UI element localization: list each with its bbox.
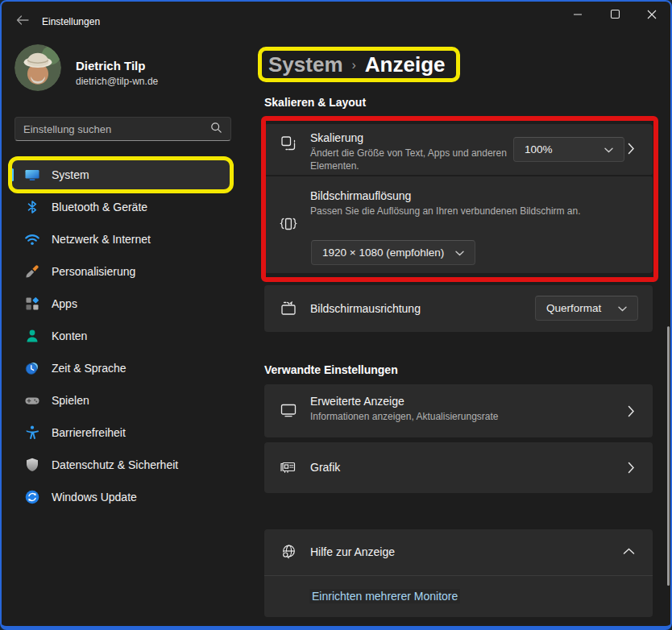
profile-name: Dietrich Tilp	[76, 59, 145, 73]
clock-icon	[24, 360, 40, 376]
sidebar-item-system[interactable]: System	[11, 160, 232, 189]
chevron-right-icon	[628, 405, 635, 417]
sidebar-item-accessibility[interactable]: Barrierefreiheit	[11, 418, 232, 447]
orientation-value: Querformat	[546, 302, 601, 314]
page-title: Anzeige	[365, 52, 446, 77]
sidebar-item-label: System	[52, 168, 89, 181]
scaling-subtitle: Ändert die Größe von Text, Apps und ande…	[310, 147, 518, 172]
graphics-card[interactable]: Grafik	[264, 442, 653, 493]
resolution-card[interactable]: Bildschirmauflösung Passen Sie die Auflö…	[264, 176, 653, 273]
back-button[interactable]	[13, 13, 32, 29]
sidebar-item-label: Konten	[52, 330, 87, 342]
breadcrumb-parent[interactable]: System	[268, 52, 343, 77]
window-controls	[559, 2, 670, 29]
scaling-card[interactable]: Skalierung Ändert die Größe von Text, Ap…	[264, 124, 653, 175]
sidebar-item-apps[interactable]: Apps	[11, 289, 232, 318]
chevron-up-icon	[623, 548, 635, 555]
help-title: Hilfe zur Anzeige	[310, 545, 395, 558]
close-button[interactable]	[633, 2, 670, 29]
close-icon	[647, 8, 657, 23]
globe-search-icon	[280, 543, 297, 561]
scrollbar-thumb[interactable]	[667, 326, 670, 586]
help-links-row: Einrichten mehrerer Monitore	[264, 576, 653, 617]
sidebar-item-label: Zeit & Sprache	[52, 362, 127, 375]
search-input[interactable]	[23, 123, 210, 135]
chevron-down-icon	[604, 143, 613, 155]
accessibility-icon	[24, 425, 40, 441]
orientation-title: Bildschirmausrichtung	[310, 302, 421, 315]
resolution-title: Bildschirmauflösung	[310, 189, 641, 202]
rotate-screen-icon	[280, 300, 297, 317]
resolution-dropdown[interactable]: 1920 × 1080 (empfohlen)	[311, 240, 475, 265]
bluetooth-icon	[24, 199, 40, 215]
shield-icon	[24, 457, 40, 473]
advanced-display-card[interactable]: Erweiterte Anzeige Informationen anzeige…	[264, 384, 653, 437]
resolution-value: 1920 × 1080 (empfohlen)	[322, 247, 444, 259]
orientation-dropdown[interactable]: Querformat	[535, 296, 638, 321]
sidebar-item-label: Netzwerk & Internet	[52, 233, 151, 246]
sidebar-item-label: Windows Update	[52, 491, 137, 504]
search-icon	[210, 122, 222, 137]
apps-grid-icon	[24, 296, 40, 312]
chevron-down-icon	[455, 247, 464, 259]
advanced-display-title: Erweiterte Anzeige	[310, 395, 498, 408]
avatar[interactable]	[15, 44, 61, 91]
maximize-icon	[610, 8, 620, 23]
profile-email: dietrich@tilp-wn.de	[76, 76, 158, 87]
sidebar-item-time-language[interactable]: Zeit & Sprache	[11, 354, 232, 383]
search-box[interactable]	[15, 117, 231, 141]
setup-multiple-monitors-link[interactable]: Einrichten mehrerer Monitore	[309, 589, 460, 603]
sidebar-item-gaming[interactable]: Spielen	[11, 386, 232, 415]
resolution-subtitle: Passen Sie die Auflösung an Ihren verbun…	[310, 205, 641, 218]
sidebar-item-windows-update[interactable]: Windows Update	[11, 483, 232, 512]
scaling-value: 100%	[525, 143, 553, 155]
sidebar-item-label: Spielen	[52, 394, 89, 407]
chevron-down-icon	[618, 302, 627, 314]
gamepad-icon	[24, 392, 40, 408]
help-card: Hilfe zur Anzeige Einrichten mehrerer Mo…	[264, 529, 653, 617]
settings-window: Einstellungen Dietrich Tilp dietrich@til…	[0, 0, 672, 630]
sidebar-item-personalization[interactable]: Personalisierung	[11, 257, 232, 286]
chevron-right-icon	[628, 462, 635, 474]
display-icon	[280, 401, 297, 419]
sidebar-item-privacy[interactable]: Datenschutz & Sicherheit	[11, 450, 232, 479]
breadcrumb-separator-icon: ›	[352, 58, 356, 73]
breadcrumb: System › Anzeige	[268, 52, 446, 77]
maximize-button[interactable]	[596, 2, 633, 29]
selected-accent-bar	[11, 168, 14, 181]
minimize-icon	[573, 8, 583, 23]
graphics-title: Grafik	[310, 461, 340, 474]
sidebar-item-bluetooth[interactable]: Bluetooth & Geräte	[11, 193, 232, 222]
sidebar-nav: System Bluetooth & Geräte Netzwerk & Int…	[11, 160, 232, 515]
scale-icon	[280, 135, 297, 152]
window-title: Einstellungen	[42, 16, 100, 27]
chevron-right-icon	[628, 143, 635, 155]
section-heading-layout: Skalieren & Layout	[264, 96, 366, 109]
paintbrush-icon	[24, 263, 40, 280]
sidebar-item-accounts[interactable]: Konten	[11, 321, 232, 350]
arrow-left-icon	[16, 14, 29, 28]
sync-icon	[24, 489, 40, 505]
orientation-card[interactable]: Bildschirmausrichtung Querformat	[264, 285, 653, 332]
help-header-row[interactable]: Hilfe zur Anzeige	[264, 529, 653, 575]
scaling-dropdown[interactable]: 100%	[513, 137, 624, 162]
sidebar-item-label: Apps	[52, 297, 77, 310]
sidebar-item-label: Barrierefreiheit	[52, 426, 126, 439]
monitor-icon	[24, 167, 40, 183]
gpu-icon	[280, 458, 297, 476]
sidebar-item-label: Datenschutz & Sicherheit	[52, 458, 178, 471]
advanced-display-subtitle: Informationen anzeigen, Aktualisierungsr…	[310, 410, 498, 423]
scaling-title: Skalierung	[310, 131, 518, 144]
resolution-icon	[280, 215, 297, 233]
person-icon	[24, 328, 40, 344]
minimize-button[interactable]	[559, 2, 596, 29]
sidebar-item-label: Personalisierung	[52, 265, 135, 278]
sidebar-item-network[interactable]: Netzwerk & Internet	[11, 225, 232, 254]
section-heading-related: Verwandte Einstellungen	[264, 363, 398, 376]
sidebar-item-label: Bluetooth & Geräte	[52, 201, 147, 213]
wifi-icon	[24, 231, 40, 247]
